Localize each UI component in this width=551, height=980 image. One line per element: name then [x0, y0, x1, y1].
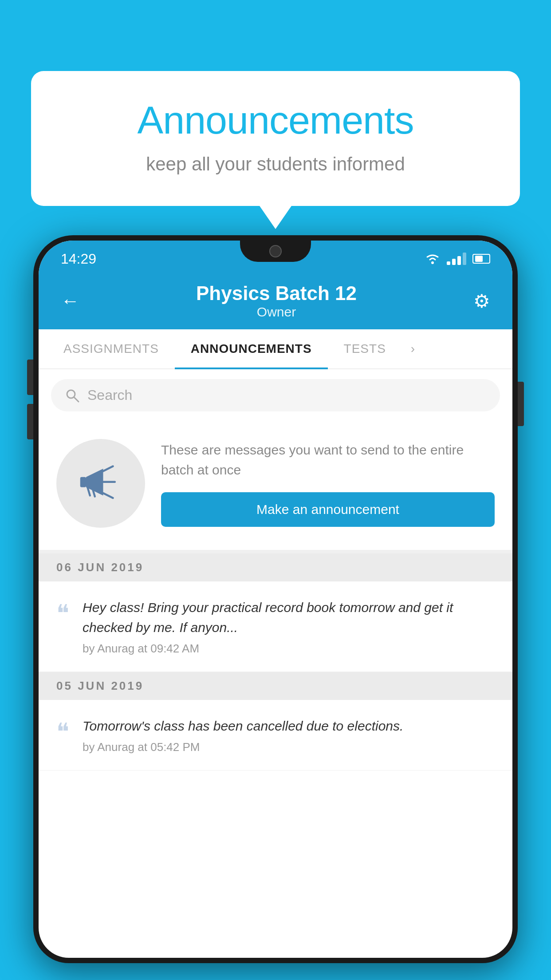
back-button[interactable]: ←	[61, 290, 79, 312]
header-subtitle: Owner	[79, 304, 473, 320]
megaphone-icon	[76, 459, 125, 508]
volume-up-button	[27, 360, 33, 395]
quote-icon-0: ❝	[56, 601, 69, 625]
battery-icon	[472, 254, 490, 264]
bubble-title: Announcements	[67, 98, 484, 143]
tab-more[interactable]: ›	[402, 329, 424, 368]
tabs-container: ASSIGNMENTS ANNOUNCEMENTS TESTS ›	[39, 329, 512, 369]
volume-down-button	[27, 404, 33, 439]
quote-icon-1: ❝	[56, 719, 69, 743]
announcement-body-1: Tomorrow's class has been cancelled due …	[83, 716, 495, 754]
search-container: Search	[39, 369, 512, 421]
front-camera	[269, 245, 282, 257]
header-center: Physics Batch 12 Owner	[79, 282, 473, 320]
svg-line-7	[103, 493, 113, 498]
announcement-text-1: Tomorrow's class has been cancelled due …	[83, 716, 495, 736]
tab-tests[interactable]: TESTS	[328, 329, 402, 368]
signal-icon	[447, 253, 466, 265]
app-header: ← Physics Batch 12 Owner ⚙	[39, 273, 512, 329]
status-icons	[425, 253, 490, 265]
header-title: Physics Batch 12	[79, 282, 473, 304]
power-button	[518, 382, 524, 426]
promo-description: These are messages you want to send to t…	[161, 440, 495, 480]
megaphone-circle	[56, 439, 145, 528]
announcement-item-1: ❝ Tomorrow's class has been cancelled du…	[39, 700, 512, 771]
wifi-icon	[425, 253, 441, 265]
phone-screen: 14:29	[39, 241, 512, 958]
announcement-body-0: Hey class! Bring your practical record b…	[83, 597, 495, 656]
announcement-promo: These are messages you want to send to t…	[39, 421, 512, 553]
search-bar[interactable]: Search	[51, 379, 500, 411]
speech-bubble: Announcements keep all your students inf…	[31, 71, 520, 206]
settings-button[interactable]: ⚙	[473, 290, 490, 312]
phone-wrapper: 14:29	[33, 235, 518, 980]
date-separator-0: 06 JUN 2019	[39, 553, 512, 581]
make-announcement-button[interactable]: Make an announcement	[161, 492, 495, 527]
tab-announcements[interactable]: ANNOUNCEMENTS	[175, 329, 328, 368]
search-icon	[64, 387, 80, 403]
tab-assignments[interactable]: ASSIGNMENTS	[47, 329, 175, 368]
notch	[240, 241, 311, 262]
date-separator-1: 05 JUN 2019	[39, 672, 512, 700]
bubble-subtitle: keep all your students informed	[67, 154, 484, 175]
status-time: 14:29	[61, 251, 96, 267]
announcement-text-0: Hey class! Bring your practical record b…	[83, 597, 495, 637]
svg-point-0	[431, 261, 434, 264]
promo-right: These are messages you want to send to t…	[161, 440, 495, 527]
announcement-meta-0: by Anurag at 09:42 AM	[83, 642, 495, 656]
svg-rect-4	[80, 477, 86, 487]
announcement-item-0: ❝ Hey class! Bring your practical record…	[39, 581, 512, 672]
search-placeholder: Search	[87, 387, 132, 403]
phone-outer: 14:29	[33, 235, 518, 963]
svg-line-2	[74, 397, 79, 402]
announcement-meta-1: by Anurag at 05:42 PM	[83, 740, 495, 754]
speech-bubble-container: Announcements keep all your students inf…	[31, 71, 520, 206]
svg-line-5	[103, 466, 113, 471]
